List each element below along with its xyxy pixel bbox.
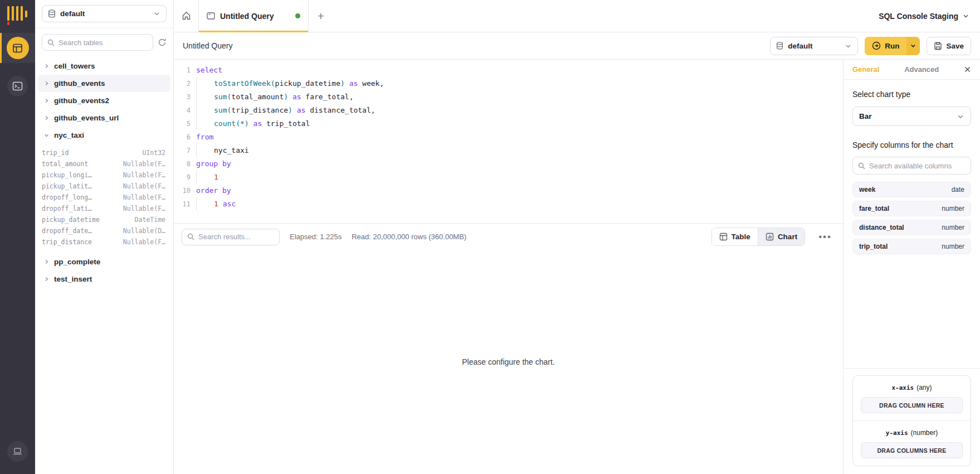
- table-item-cell_towers[interactable]: cell_towers: [38, 57, 170, 75]
- database-selector-value: default: [60, 9, 149, 18]
- rail-item-support[interactable]: [0, 436, 35, 466]
- refresh-icon[interactable]: [158, 38, 167, 47]
- sql-editor[interactable]: 1select2toStartOfWeek(pickup_datetime) a…: [174, 60, 843, 223]
- chart-view-label: Chart: [778, 233, 797, 241]
- line-number: 5: [174, 117, 191, 130]
- x-axis-section: x-axis(any) DRAG COLUMN HERE: [853, 376, 971, 420]
- code-line: 5count(*) as trip_total: [174, 117, 843, 130]
- column-name: trip_id: [42, 149, 142, 157]
- token-fn: ): [288, 104, 292, 117]
- chevron-down-icon: [43, 132, 50, 138]
- home-icon: [182, 11, 191, 21]
- chart-type-select[interactable]: Bar: [852, 107, 971, 126]
- chevron-down-icon: [957, 113, 964, 120]
- close-panel-button[interactable]: [964, 66, 971, 73]
- x-axis-dropzone[interactable]: DRAG COLUMN HERE: [861, 397, 963, 413]
- table-item-github_events_url[interactable]: github_events_url: [38, 109, 170, 127]
- home-button[interactable]: [174, 0, 198, 32]
- run-label: Run: [885, 42, 899, 50]
- token-fn: count(*): [214, 117, 249, 130]
- table-name: cell_towers: [54, 62, 95, 70]
- search-results-input[interactable]: Search results...: [182, 229, 280, 245]
- search-tables-input[interactable]: Search tables: [42, 34, 153, 51]
- more-options-button[interactable]: •••: [815, 231, 835, 243]
- new-tab-button[interactable]: +: [309, 0, 333, 32]
- column-pill-fare_total[interactable]: fare_totalnumber: [852, 201, 971, 216]
- nav-rail: [0, 0, 35, 474]
- tab-advanced[interactable]: Advanced: [904, 65, 939, 74]
- table-item-nyc_taxi[interactable]: nyc_taxi: [38, 127, 170, 144]
- token-fn: sum(: [214, 90, 231, 104]
- rail-item-sql-console[interactable]: [0, 33, 35, 63]
- column-name: dropoff_long…: [42, 194, 123, 201]
- column-type: Nullable(F…: [123, 182, 165, 190]
- database-icon: [48, 9, 56, 18]
- table-item-github_events2[interactable]: github_events2: [38, 92, 170, 109]
- code-text: from: [196, 130, 213, 144]
- y-axis-section: y-axis(number) DRAG COLUMNS HERE: [853, 420, 971, 466]
- clickhouse-logo[interactable]: [7, 6, 29, 25]
- chevron-right-icon: [43, 98, 50, 104]
- column-row: total_amountNullable(F…: [35, 158, 173, 170]
- table-icon: [719, 233, 728, 241]
- save-label: Save: [946, 42, 964, 50]
- tab-general[interactable]: General: [852, 65, 879, 74]
- chart-view-button[interactable]: Chart: [758, 228, 805, 245]
- axis-config-card: x-axis(any) DRAG COLUMN HERE y-axis(numb…: [852, 375, 971, 466]
- column-pill-distance_total[interactable]: distance_totalnumber: [852, 220, 971, 235]
- pill-name: trip_total: [859, 243, 942, 250]
- line-number: 2: [174, 77, 191, 90]
- workspace-label: SQL Console Staging: [879, 12, 958, 21]
- table-browser-panel: default Search tables cell_towersgithub_…: [35, 0, 174, 474]
- chart-config-panel: General Advanced Select chart type Bar S…: [843, 60, 980, 474]
- table-name: github_events2: [54, 96, 109, 105]
- table-item-pp_complete[interactable]: pp_complete: [38, 253, 170, 270]
- run-button[interactable]: Run: [865, 37, 906, 55]
- code-text: toStartOfWeek(pickup_datetime) as week,: [196, 77, 384, 90]
- chevron-right-icon: [43, 276, 50, 282]
- unsaved-changes-dot: [295, 13, 300, 18]
- chevron-right-icon: [43, 63, 50, 69]
- column-pill-week[interactable]: weekdate: [852, 182, 971, 197]
- token-tx: trip_total: [262, 117, 310, 130]
- rail-item-terminal[interactable]: [0, 71, 35, 101]
- toolbar-database-selector[interactable]: default: [770, 37, 858, 55]
- y-axis-dropzone[interactable]: DRAG COLUMNS HERE: [861, 442, 963, 458]
- run-button-group: Run: [865, 37, 920, 55]
- token-kw: asc: [218, 197, 236, 211]
- search-tables-placeholder: Search tables: [58, 38, 103, 47]
- save-button[interactable]: Save: [927, 37, 971, 55]
- indent-guide: [196, 104, 197, 117]
- code-line: 10order by: [174, 184, 843, 197]
- search-columns-input[interactable]: Search available columns: [852, 157, 971, 175]
- chevron-down-icon: [153, 10, 160, 17]
- chevron-right-icon: [43, 259, 50, 265]
- y-axis-type: (number): [911, 429, 938, 437]
- line-number: 4: [174, 104, 191, 117]
- column-pill-trip_total[interactable]: trip_totalnumber: [852, 239, 971, 254]
- chevron-down-icon: [845, 42, 852, 50]
- search-columns-placeholder: Search available columns: [869, 162, 952, 170]
- table-item-github_events[interactable]: github_events: [38, 75, 170, 92]
- workspace-selector[interactable]: SQL Console Staging: [879, 0, 980, 32]
- database-selector[interactable]: default: [42, 5, 167, 22]
- code-text: count(*) as trip_total: [196, 117, 310, 130]
- tab-untitled-query[interactable]: Untitled Query: [198, 0, 309, 32]
- code-line: 91: [174, 171, 843, 184]
- column-type: Nullable(F…: [123, 238, 165, 246]
- query-tab-icon: [207, 12, 215, 20]
- table-view-button[interactable]: Table: [712, 228, 758, 245]
- table-item-test_insert[interactable]: test_insert: [38, 270, 170, 288]
- line-number: 10: [174, 184, 191, 197]
- column-type: Nullable(F…: [123, 171, 165, 179]
- token-tx: total_amount: [231, 90, 284, 104]
- search-results-placeholder: Search results...: [198, 233, 251, 241]
- indent-guide: [196, 171, 197, 184]
- sql-console-app: default Search tables cell_towersgithub_…: [0, 0, 980, 474]
- x-axis-type: (any): [916, 384, 932, 391]
- indent-guide: [196, 197, 197, 211]
- run-options-button[interactable]: [906, 37, 920, 55]
- code-text: order by: [196, 184, 231, 197]
- code-line: 111 asc: [174, 197, 843, 211]
- toolbar-database-value: default: [788, 42, 840, 50]
